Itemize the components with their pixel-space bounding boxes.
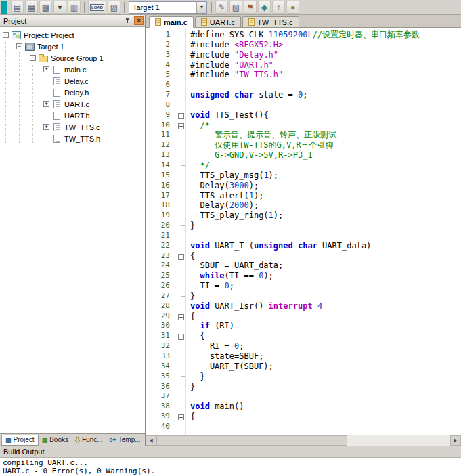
rebuild-icon[interactable]: ▩ — [39, 1, 52, 14]
tree-item-project-project[interactable]: −Project: Project — [0, 29, 145, 41]
environment-icon[interactable]: ● — [286, 1, 299, 14]
code-line[interactable]: 39−{ — [146, 412, 461, 422]
code-line[interactable]: 25 while(TI == 0); — [146, 271, 461, 281]
code-line[interactable]: 30 if (RI) — [146, 321, 461, 331]
batch-build-icon[interactable]: ▥ — [68, 1, 81, 14]
jump-arrow-icon[interactable]: ↑ — [272, 1, 285, 14]
code-line[interactable]: 32 RI = 0; — [146, 341, 461, 351]
target-icon — [25, 43, 35, 51]
scroll-track[interactable] — [156, 435, 450, 446]
fold-collapse-icon[interactable]: − — [178, 314, 184, 320]
scroll-thumb[interactable] — [156, 435, 347, 446]
line-number: 29 — [146, 311, 177, 322]
translate-icon[interactable]: ▤ — [11, 1, 24, 14]
line-number: 13 — [146, 150, 177, 160]
code-line[interactable]: 40 — [146, 422, 461, 432]
code-line[interactable]: 23−{ — [146, 251, 461, 261]
code-line[interactable]: 6 — [146, 80, 461, 90]
breakpoint-diamond-icon[interactable]: ◆ — [258, 1, 271, 14]
tree-indent — [19, 75, 30, 87]
flash-erase-icon[interactable]: ▨ — [108, 1, 120, 14]
code-line[interactable]: 5#include "TW_TTS.h" — [146, 70, 461, 80]
panel-tab-func[interactable]: {}Func... — [72, 435, 106, 446]
code-line[interactable]: 28void UART_Isr() interrupt 4 — [146, 301, 461, 311]
fold-collapse-icon[interactable]: − — [178, 414, 184, 420]
code-line[interactable]: 16 Delay(3000); — [146, 181, 461, 191]
code-line[interactable]: 18 Delay(2000); — [146, 200, 461, 211]
code-line[interactable]: 20} — [146, 221, 461, 231]
fold-collapse-icon[interactable]: − — [178, 123, 184, 129]
code-line[interactable]: 38void main() — [146, 402, 461, 412]
code-line[interactable]: 19 TTS_play_ring(1); — [146, 211, 461, 221]
collapse-minus-icon[interactable]: − — [16, 43, 22, 49]
scroll-right-icon[interactable]: ▶ — [450, 435, 461, 446]
collapse-minus-icon[interactable]: − — [30, 55, 36, 61]
code-line[interactable]: 26 TI = 0; — [146, 281, 461, 291]
code-line[interactable]: 14 */ — [146, 160, 461, 171]
expand-plus-icon[interactable]: + — [43, 66, 49, 72]
tree-item-delay-h[interactable]: Delay.h — [0, 87, 145, 98]
code-line[interactable]: 7unsigned char state = 0; — [146, 90, 461, 100]
fold-collapse-icon[interactable]: − — [178, 334, 184, 340]
code-line[interactable]: 31− { — [146, 331, 461, 341]
code-area[interactable]: 1#define SYS_CLK 11059200L//设置定时器、串口频率参数… — [146, 28, 461, 435]
tree-item-target-1[interactable]: −Target 1 — [0, 41, 145, 52]
tab-main-c[interactable]: main.c — [149, 16, 194, 28]
tree-item-uart-c[interactable]: +UART.c — [0, 98, 145, 110]
line-number: 27 — [146, 291, 177, 301]
pin-icon[interactable] — [123, 16, 133, 25]
tab-tw-tts-c[interactable]: TW_TTS.c — [242, 16, 299, 27]
flag-icon[interactable]: ⚑ — [244, 1, 257, 14]
code-line[interactable]: 11 警示音、提示音、铃声、正版测试 — [146, 130, 461, 140]
code-line[interactable]: 17 TTS_alert(1); — [146, 191, 461, 201]
tree-item-uart-h[interactable]: UART.h — [0, 110, 145, 121]
collapse-minus-icon[interactable]: − — [3, 32, 9, 38]
tree-item-tw-tts-h[interactable]: TW_TTS.h — [0, 133, 145, 144]
build-menu-arrow-icon[interactable]: ▾ — [53, 1, 66, 14]
tree-item-tw-tts-c[interactable]: +TW_TTS.c — [0, 121, 145, 133]
code-line[interactable]: 10− /* — [146, 121, 461, 131]
panel-tab-temp[interactable]: 0+Temp... — [106, 435, 144, 446]
code-line[interactable]: 37 — [146, 391, 461, 402]
code-line[interactable]: 9−void TTS_Test(){ — [146, 110, 461, 121]
fold-collapse-icon[interactable]: − — [178, 254, 184, 260]
close-icon[interactable]: ✕ — [134, 16, 144, 25]
code-line[interactable]: 29−{ — [146, 311, 461, 322]
code-line[interactable]: 34 UART_T(SBUF); — [146, 362, 461, 372]
code-line[interactable]: 4#include "UART.h" — [146, 60, 461, 70]
target-select[interactable]: Target 1 ▾ — [129, 1, 207, 14]
tab-uart-c[interactable]: UART.c — [195, 16, 241, 27]
tree-indent — [5, 64, 16, 75]
options-for-target-icon[interactable]: ▧ — [229, 1, 242, 14]
tree-item-source-group-1[interactable]: −Source Group 1 — [0, 52, 145, 64]
tree-item-main-c[interactable]: +main.c — [0, 64, 145, 75]
code-line[interactable]: 21 — [146, 231, 461, 241]
expand-plus-icon[interactable]: + — [43, 101, 49, 107]
build-icon[interactable]: ▦ — [25, 1, 38, 14]
tree-item-delay-c[interactable]: Delay.c — [0, 75, 145, 87]
code-line[interactable]: 1#define SYS_CLK 11059200L//设置定时器、串口频率参数 — [146, 30, 461, 40]
code-line[interactable]: 24 SBUF = UART_data; — [146, 261, 461, 271]
code-line[interactable]: 36} — [146, 382, 461, 392]
flash-download-icon[interactable]: LOAD — [88, 1, 106, 14]
scroll-left-icon[interactable]: ◀ — [146, 435, 156, 446]
fold-collapse-icon[interactable]: − — [178, 113, 184, 119]
code-line[interactable]: 22void UART_T (unsigned char UART_data) — [146, 241, 461, 251]
build-output-log[interactable]: compiling UART.c... UART.c - 0 Error(s),… — [0, 457, 461, 476]
code-line[interactable]: 15 TTS_play_msg(1); — [146, 171, 461, 181]
panel-tab-books[interactable]: ▤Books — [39, 435, 72, 446]
code-line[interactable]: 8 — [146, 100, 461, 110]
code-line[interactable]: 35 } — [146, 372, 461, 382]
panel-tab-project[interactable]: ▦Project — [1, 435, 39, 446]
chevron-down-icon[interactable]: ▾ — [196, 2, 206, 13]
code-line[interactable]: 27} — [146, 291, 461, 301]
expand-plus-icon[interactable]: + — [43, 124, 49, 130]
code-line[interactable]: 13 G->GND,V->5V,R->P3_1 — [146, 150, 461, 160]
code-line[interactable]: 3#include "Delay.h" — [146, 50, 461, 60]
tree-indent — [5, 52, 16, 64]
manage-items-icon[interactable]: ✎ — [215, 1, 228, 14]
code-line[interactable]: 2#include <REGX52.H> — [146, 40, 461, 50]
fold-margin — [177, 241, 185, 251]
code-line[interactable]: 12 仅使用TW-TTS的G,V,R三个引脚 — [146, 140, 461, 150]
code-line[interactable]: 33 state=SBUF; — [146, 351, 461, 362]
